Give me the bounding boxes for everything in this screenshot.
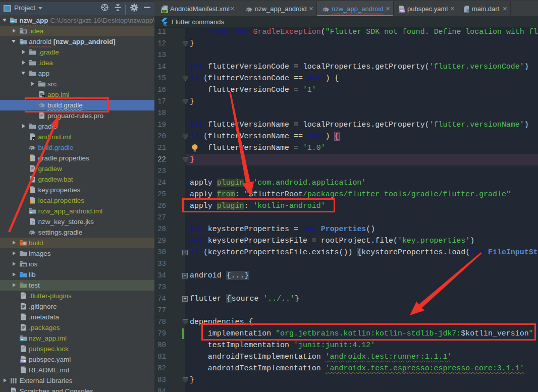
svg-text:?: ?: [31, 220, 34, 225]
svg-text:YML: YML: [21, 360, 27, 363]
svg-text:MF: MF: [162, 10, 167, 13]
svg-text:YML: YML: [399, 9, 405, 12]
